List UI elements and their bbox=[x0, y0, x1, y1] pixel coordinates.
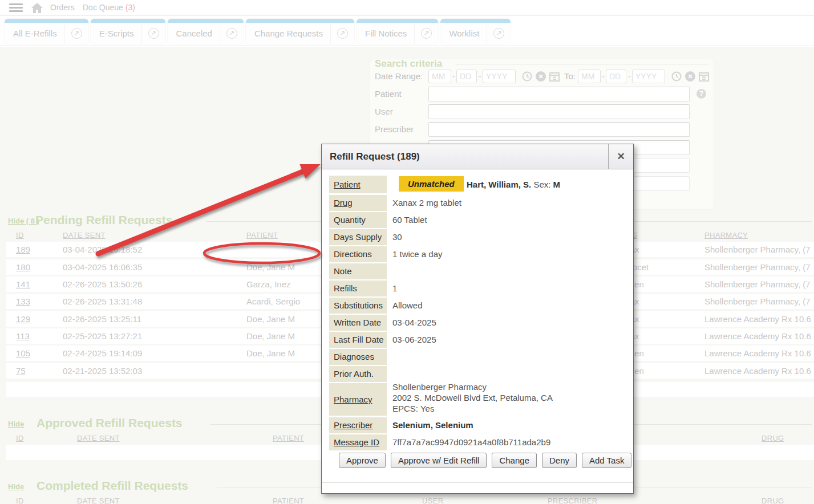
dialog-actions: Approve Approve w/ Edit Refill Change De… bbox=[339, 453, 631, 468]
refills-label: Refills bbox=[329, 281, 387, 296]
diagnoses-label: Diagnoses bbox=[329, 349, 387, 365]
directions-value: 1 twice a day bbox=[392, 246, 443, 262]
prescriber-label-link[interactable]: Prescriber bbox=[329, 417, 387, 433]
prescriber-value: Selenium, Selenium bbox=[392, 417, 473, 433]
pharmacy-name: Shollenberger Pharmacy bbox=[392, 381, 553, 392]
substitutions-value: Allowed bbox=[392, 298, 423, 314]
dialog-body: Patient Unmatched Hart, William, S. Sex:… bbox=[322, 170, 633, 494]
patient-label-link[interactable]: Patient bbox=[329, 176, 387, 193]
note-label: Note bbox=[329, 263, 387, 279]
approve-button[interactable]: Approve bbox=[339, 453, 386, 468]
sex-value: M bbox=[553, 180, 561, 189]
pharmacy-address: 2002 S. McDowell Blvd Ext, Petaluma, CA bbox=[392, 392, 553, 403]
refill-request-dialog: Refill Request (189) ✕ Patient Unmatched… bbox=[321, 144, 634, 494]
page: Orders Doc Queue (3) All E-Refills ↗ E-S… bbox=[0, 0, 814, 504]
close-icon[interactable]: ✕ bbox=[608, 144, 633, 169]
deny-button[interactable]: Deny bbox=[542, 453, 577, 468]
change-button[interactable]: Change bbox=[492, 453, 537, 468]
quantity-value: 60 Tablet bbox=[392, 212, 427, 228]
refills-value: 1 bbox=[392, 281, 397, 296]
approve-edit-refill-button[interactable]: Approve w/ Edit Refill bbox=[391, 453, 487, 468]
prior-auth-label: Prior Auth. bbox=[329, 366, 387, 382]
dialog-footer-divider bbox=[322, 482, 633, 483]
patient-name: Hart, William, S. Sex: M bbox=[467, 176, 560, 193]
last-fill-date-value: 03-06-2025 bbox=[392, 332, 436, 348]
message-id-value: 7ff7a7a7ac9947d0921a4a0f8b711ada2b9 bbox=[392, 434, 550, 450]
quantity-label: Quantity bbox=[329, 212, 387, 228]
last-fill-date-label: Last Fill Date bbox=[329, 332, 387, 348]
sex-label: Sex: bbox=[533, 180, 550, 189]
days-supply-label: Days Supply bbox=[329, 229, 387, 245]
written-date-label: Written Date bbox=[329, 315, 387, 331]
unmatched-badge: Unmatched bbox=[399, 176, 464, 192]
add-task-button[interactable]: Add Task bbox=[582, 453, 631, 468]
directions-label: Directions bbox=[329, 246, 387, 262]
substitutions-label: Substitutions bbox=[329, 298, 387, 314]
patient-name-text: Hart, William, S. bbox=[467, 180, 531, 189]
drug-label-link[interactable]: Drug bbox=[329, 195, 387, 211]
written-date-value: 03-04-2025 bbox=[392, 315, 436, 331]
pharmacy-value: Shollenberger Pharmacy 2002 S. McDowell … bbox=[392, 381, 553, 414]
pharmacy-epcs: EPCS: Yes bbox=[392, 403, 553, 414]
dialog-header: Refill Request (189) ✕ bbox=[322, 144, 633, 169]
days-supply-value: 30 bbox=[392, 229, 402, 245]
message-id-label-link[interactable]: Message ID bbox=[329, 434, 387, 450]
pharmacy-label-link[interactable]: Pharmacy bbox=[329, 383, 387, 416]
dialog-title: Refill Request (189) bbox=[330, 144, 420, 169]
drug-value: Xanax 2 mg tablet bbox=[392, 195, 461, 211]
